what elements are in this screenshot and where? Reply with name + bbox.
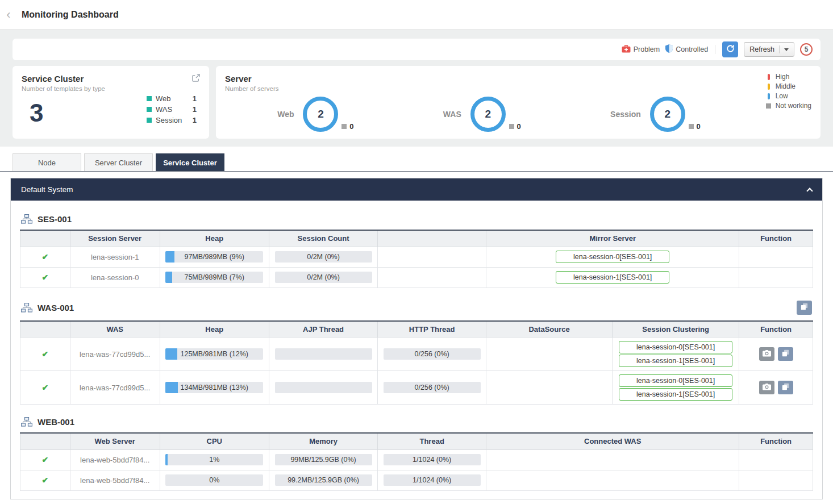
column-header: Function — [739, 321, 813, 338]
severity-swatch-icon — [766, 93, 772, 99]
linked-server-button[interactable]: lena-session-0[SES-001] — [619, 374, 732, 387]
usage-bar-label: 0% — [165, 474, 263, 486]
donut-label: WAS — [443, 110, 461, 119]
cell-text: lena-web-5bdd7f84... — [70, 449, 160, 470]
column-header: Heap — [160, 321, 269, 338]
table-row: ✔lena-was-77cd99d5...134MB/981MB (13%)0/… — [20, 371, 813, 405]
problem-status: Problem — [622, 45, 660, 55]
problem-icon — [622, 45, 631, 55]
copy-button[interactable] — [778, 381, 793, 394]
cell-empty — [739, 470, 813, 490]
severity-label: Low — [776, 92, 788, 100]
controlled-label: Controlled — [676, 45, 708, 53]
cell-text: lena-web-5bdd7f84... — [70, 470, 160, 490]
column-header: Session Clustering — [613, 321, 739, 338]
usage-bar: 0/256 (0%) — [384, 348, 481, 360]
column-header — [20, 321, 70, 338]
cell-empty — [486, 470, 739, 490]
service-cluster-card-title: Service Cluster — [22, 74, 105, 84]
tab-server-cluster[interactable]: Server Cluster — [84, 153, 153, 171]
usage-bar: 1/1024 (0%) — [384, 454, 481, 465]
legend-label: WAS — [156, 105, 186, 114]
chevron-down-icon — [784, 48, 789, 51]
server-card-subtitle: Number of servers — [225, 85, 811, 92]
tab-node[interactable]: Node — [13, 153, 81, 171]
column-header: DataSource — [486, 321, 613, 338]
cell-text: lena-session-1 — [70, 247, 160, 267]
table-header-row: WASHeapAJP ThreadHTTP ThreadDataSourceSe… — [20, 321, 813, 338]
status-cell: ✔ — [20, 470, 70, 490]
camera-icon — [763, 349, 771, 359]
refresh-button[interactable] — [722, 41, 738, 57]
cluster-table: Web ServerCPUMemoryThreadConnected WASFu… — [20, 432, 813, 491]
usage-bar-label: 0/2M (0%) — [275, 251, 372, 263]
camera-icon — [763, 383, 771, 392]
service-cluster-legend-item: Web1 — [147, 94, 197, 103]
camera-button[interactable] — [759, 381, 774, 394]
copy-icon — [801, 303, 808, 312]
service-cluster-legend-item: WAS1 — [147, 105, 197, 114]
section-header: SES-001 — [21, 214, 812, 224]
cluster-icon — [21, 214, 32, 224]
shield-icon — [665, 44, 673, 55]
table-row: ✔lena-web-5bdd7f84...0%99.2MB/125.9GB (0… — [20, 470, 813, 490]
usage-bar: 125MB/981MB (12%) — [165, 348, 263, 360]
severity-label: Not working — [776, 102, 811, 110]
column-header: AJP Thread — [269, 321, 378, 338]
column-header: Session Server — [70, 230, 160, 247]
status-toolbar: Problem Controlled Refresh 5 — [13, 39, 820, 60]
linked-server-button[interactable]: lena-session-1[SES-001] — [556, 271, 669, 284]
usage-bar-label: 97MB/989MB (9%) — [165, 251, 263, 263]
service-cluster-card-subtitle: Number of templates by type — [22, 85, 105, 92]
cell-bar: 1/1024 (0%) — [378, 470, 486, 490]
severity-legend-item: Low — [766, 92, 811, 100]
tab-service-cluster[interactable]: Service Cluster — [156, 153, 224, 171]
section-title: WAS-001 — [38, 303, 74, 313]
service-cluster-card: Service Cluster Number of templates by t… — [13, 66, 209, 139]
panel-header[interactable]: Default System — [11, 178, 822, 201]
status-ok-icon: ✔ — [42, 252, 49, 261]
linked-server-button[interactable]: lena-session-1[SES-001] — [619, 355, 732, 367]
column-header — [20, 433, 70, 449]
refresh-countdown-badge: 5 — [800, 43, 813, 56]
dropdown-divider — [779, 45, 780, 53]
cell-empty — [739, 247, 813, 267]
linked-server-button[interactable]: lena-session-1[SES-001] — [619, 388, 732, 401]
status-cell: ✔ — [20, 338, 70, 371]
usage-bar: 75MB/989MB (7%) — [165, 272, 263, 283]
section-copy-button[interactable] — [797, 301, 812, 315]
camera-button[interactable] — [759, 347, 774, 361]
cell-bar: 125MB/981MB (12%) — [160, 338, 269, 371]
status-ok-icon: ✔ — [42, 455, 49, 464]
cluster-icon — [21, 417, 32, 427]
cell-empty — [739, 449, 813, 470]
toolbar-divider — [715, 45, 715, 54]
section-header: WEB-001 — [21, 417, 812, 427]
cell-bar: 99.2MB/125.9GB (0%) — [269, 470, 378, 490]
cell-bar: 0/256 (0%) — [378, 371, 486, 405]
back-chevron-icon[interactable]: ‹ — [0, 9, 17, 21]
chevron-up-icon[interactable] — [806, 188, 813, 194]
copy-button[interactable] — [778, 347, 793, 361]
usage-bar-label: 1% — [165, 454, 263, 465]
cell-bar: 0/2M (0%) — [269, 267, 378, 288]
cell-empty — [378, 267, 486, 288]
not-working-count: 0 — [349, 122, 353, 131]
column-header: CPU — [160, 433, 269, 449]
usage-bar: 99MB/125.9GB (0%) — [275, 454, 372, 465]
usage-bar: 0/2M (0%) — [275, 272, 372, 283]
cluster-section: SES-001Session ServerHeapSession CountMi… — [20, 214, 813, 288]
linked-server-button[interactable]: lena-session-0[SES-001] — [619, 341, 732, 353]
status-cell: ✔ — [20, 267, 70, 288]
usage-bar-label: 1/1024 (0%) — [384, 474, 481, 486]
cell-text: lena-was-77cd99d5... — [70, 338, 160, 371]
legend-label: Session — [156, 116, 186, 124]
linked-server-button[interactable]: lena-session-0[SES-001] — [556, 251, 669, 263]
donut-badge: 0 — [509, 122, 521, 131]
open-external-icon[interactable] — [192, 74, 200, 84]
usage-bar: 0/256 (0%) — [384, 382, 481, 393]
status-ok-icon: ✔ — [42, 349, 49, 359]
column-header: Connected WAS — [486, 433, 739, 449]
status-cell: ✔ — [20, 449, 70, 470]
refresh-interval-dropdown[interactable]: Refresh — [744, 42, 794, 57]
